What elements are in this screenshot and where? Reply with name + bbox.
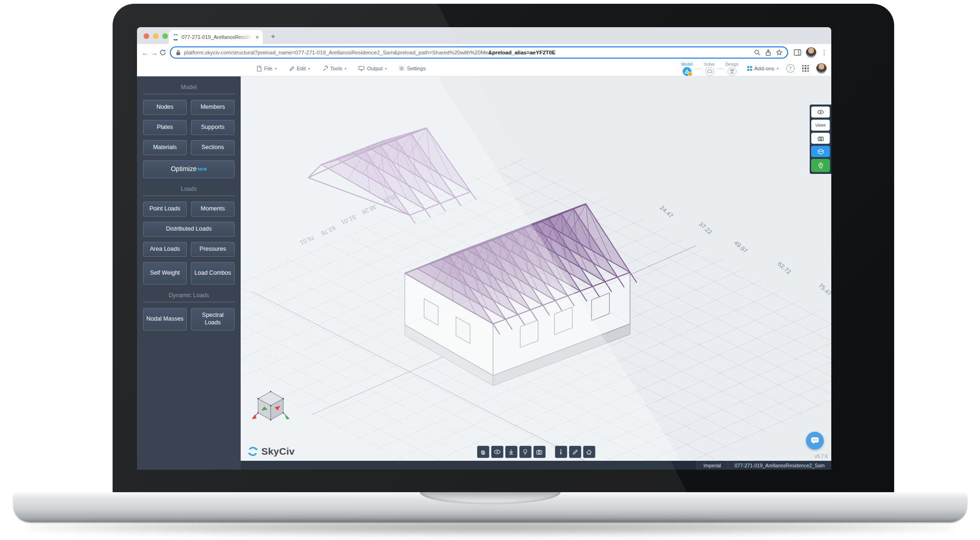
menu-edit[interactable]: Edit▾ (289, 66, 310, 72)
chevron-down-icon: ▾ (308, 67, 310, 71)
site-location-button[interactable] (811, 159, 830, 172)
structure-3d-canvas[interactable]: 76.51 63.76 51.01 38.26 25.51 (241, 76, 831, 470)
skyciv-logo: SkyCiv (247, 446, 295, 457)
browser-tab[interactable]: 077-271-019_ArellanosResiden × (169, 30, 263, 44)
section-title-loads: Loads (143, 186, 235, 196)
materials-button[interactable]: Materials (143, 140, 187, 155)
chat-support-button[interactable] (806, 432, 824, 450)
browser-window: 077-271-019_ArellanosResiden × + ← → pla… (137, 27, 831, 470)
side-panel-icon[interactable] (794, 49, 801, 56)
menu-edit-label: Edit (297, 66, 306, 71)
spectral-loads-button[interactable]: Spectral Loads (191, 308, 235, 330)
sections-button[interactable]: Sections (191, 140, 235, 155)
viewport-toolbar (477, 446, 595, 458)
design-step-icon (728, 67, 737, 76)
optimize-label: Optimize (171, 165, 197, 173)
address-bar[interactable]: platform.skyciv.com/structural?preload_n… (170, 46, 788, 59)
wrench-icon (322, 66, 328, 71)
workflow-model-label: Model (681, 62, 693, 67)
share-icon[interactable] (765, 49, 771, 56)
new-badge: NEW (198, 167, 207, 172)
view-controls-stack: Views (810, 105, 831, 174)
solve-step-icon (705, 67, 714, 76)
help-button[interactable]: ? (786, 64, 795, 73)
menu-tools[interactable]: Tools▾ (322, 66, 347, 72)
browser-profile-avatar[interactable] (806, 47, 816, 58)
project-name: 077-271-019_ArellanosResidence2_Sam (728, 461, 831, 470)
menu-file[interactable]: File▾ (257, 66, 277, 72)
svg-text:51.01: 51.01 (340, 213, 357, 226)
new-tab-button[interactable]: + (267, 31, 279, 42)
browser-tabstrip: 077-271-019_ArellanosResiden × + (137, 27, 831, 44)
apps-grid-icon[interactable] (802, 65, 809, 72)
menu-tools-label: Tools (330, 66, 342, 71)
forward-button[interactable]: → (151, 47, 158, 58)
point-loads-button[interactable]: Point Loads (143, 202, 187, 217)
nodes-button[interactable]: Nodes (143, 100, 187, 115)
workflow-step-model[interactable]: Model (679, 62, 695, 76)
tab-close-icon[interactable]: × (255, 34, 259, 41)
reload-button[interactable] (160, 47, 166, 58)
laptop-base (13, 492, 967, 522)
workflow-design-label: Design (725, 62, 738, 67)
pencil-icon (289, 66, 295, 71)
pressures-button[interactable]: Pressures (191, 242, 235, 257)
render-3d-button[interactable] (811, 146, 830, 157)
chat-icon (811, 437, 819, 444)
info-button[interactable] (555, 446, 567, 458)
chevron-down-icon: ▾ (776, 67, 778, 71)
browser-menu-icon[interactable]: ⋮ (821, 49, 828, 56)
monitor-icon (358, 66, 365, 71)
bookmark-star-icon[interactable] (776, 49, 782, 56)
reload-icon (160, 49, 166, 56)
laptop-lid-notch (420, 492, 561, 504)
menu-output[interactable]: Output▾ (358, 66, 387, 72)
chevron-down-icon: ▾ (275, 67, 277, 71)
plates-button[interactable]: Plates (143, 120, 187, 135)
url-text: platform.skyciv.com/structural?preload_n… (184, 50, 751, 55)
window-controls[interactable] (144, 33, 168, 39)
views-button[interactable]: Views (811, 120, 830, 131)
supports-button[interactable]: Supports (191, 120, 235, 135)
back-button[interactable]: ← (142, 47, 149, 58)
workflow-step-solve[interactable]: Solve (701, 62, 717, 76)
viewport-3d[interactable]: 76.51 63.76 51.01 38.26 25.51 (241, 76, 831, 470)
pencil-annotate-button[interactable] (569, 446, 581, 458)
dynamic-loads-buttons: Nodal Masses Spectral Loads (143, 308, 235, 330)
zoom-lens-icon[interactable] (754, 49, 760, 56)
addons-menu[interactable]: Add-ons ▾ (747, 66, 778, 71)
pan-hand-button[interactable] (477, 446, 489, 458)
laptop-shadow (28, 519, 952, 535)
toolbar-gap (547, 446, 553, 458)
workflow-step-design[interactable]: Design (724, 62, 740, 76)
area-loads-button[interactable]: Area Loads (143, 242, 187, 257)
visibility-eye-button[interactable] (491, 446, 503, 458)
app-menus: File▾ Edit▾ Tools▾ Output▾ (257, 66, 425, 72)
units-indicator[interactable]: Imperial (697, 461, 728, 470)
moments-button[interactable]: Moments (191, 202, 235, 217)
optimize-button[interactable]: OptimizeNEW (143, 160, 235, 178)
browser-toolbar: ← → platform.skyciv.com/structural?prelo… (137, 44, 831, 61)
screenshot-camera-button[interactable] (811, 133, 830, 144)
svg-text:63.76: 63.76 (320, 224, 337, 237)
menu-settings[interactable]: Settings (399, 66, 425, 72)
menu-file-label: File (264, 66, 273, 71)
eraser-button[interactable] (583, 446, 595, 458)
user-avatar[interactable] (816, 63, 827, 74)
svg-text:76.51: 76.51 (299, 233, 316, 246)
skyciv-logo-icon (247, 446, 258, 457)
nodal-masses-button[interactable]: Nodal Masses (143, 308, 187, 330)
camera-button[interactable] (533, 446, 546, 458)
download-arrow-button[interactable] (505, 446, 517, 458)
minimize-window-button[interactable] (153, 33, 159, 39)
eye-view-button[interactable] (811, 106, 830, 118)
bulb-button[interactable] (519, 446, 532, 458)
load-combos-button[interactable]: Load Combos (191, 262, 235, 285)
close-window-button[interactable] (144, 33, 149, 39)
orientation-cube[interactable] (251, 390, 290, 432)
self-weight-button[interactable]: Self Weight (143, 262, 187, 285)
distributed-loads-button[interactable]: Distributed Loads (143, 222, 235, 237)
maximize-window-button[interactable] (162, 33, 168, 39)
members-button[interactable]: Members (191, 100, 235, 115)
lock-icon (175, 50, 181, 56)
